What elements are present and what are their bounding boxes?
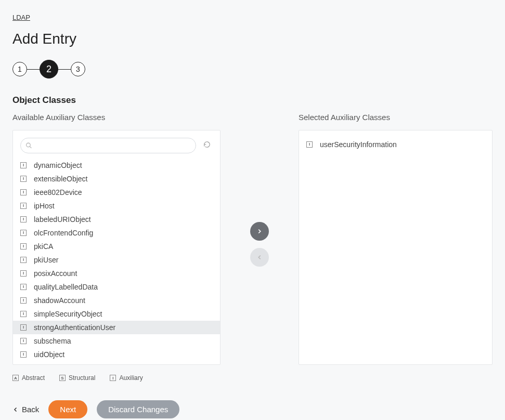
available-label: Available Auxiliary Classes [12,113,221,122]
legend-auxiliary: I Auxiliary [110,374,143,382]
auxiliary-type-icon: I [20,162,27,168]
legend: A Abstract S Structural I Auxiliary [12,374,493,382]
step-1[interactable]: 1 [12,62,27,76]
step-connector [58,69,71,70]
auxiliary-type-icon: I [20,189,27,195]
class-name-label: uidObject [34,350,64,359]
class-name-label: ipHost [34,201,55,211]
auxiliary-type-icon: I [20,324,27,331]
class-name-label: olcFrontendConfig [34,228,93,238]
available-panel: IdynamicObjectIextensibleObjectIieee802D… [12,130,221,365]
auxiliary-type-icon: I [306,141,313,148]
auxiliary-type-icon: I [20,284,27,290]
next-button[interactable]: Next [48,400,87,418]
auxiliary-type-icon: I [20,338,27,344]
class-name-label: labeledURIObject [34,215,91,224]
refresh-icon [203,141,211,148]
discard-button[interactable]: Discard Changes [97,400,179,418]
available-list: IdynamicObjectIextensibleObjectIieee802D… [13,159,220,361]
svg-line-1 [30,147,31,148]
auxiliary-type-icon: I [20,257,27,263]
class-name-label: pkiUser [34,255,58,265]
available-item[interactable]: IposixAccount [13,267,220,280]
selected-panel: IuserSecurityInformation [299,130,493,365]
auxiliary-type-icon: I [20,230,27,236]
available-item[interactable]: Isubschema [13,334,220,348]
available-item[interactable]: IolcFrontendConfig [13,226,220,240]
breadcrumb-ldap[interactable]: LDAP [12,14,30,21]
available-item[interactable]: IipHost [13,199,220,213]
class-name-label: dynamicObject [34,161,82,170]
auxiliary-type-icon: I [20,297,27,304]
legend-structural: S Structural [59,374,95,382]
move-left-button [250,248,269,267]
step-2[interactable]: 2 [40,60,58,78]
selected-list: IuserSecurityInformation [299,138,492,151]
auxiliary-type-icon: I [110,375,116,381]
step-connector [27,69,40,70]
available-item[interactable]: IpkiCA [13,240,220,253]
auxiliary-type-icon: I [20,270,27,277]
available-item[interactable]: IextensibleObject [13,172,220,186]
available-item[interactable]: IdynamicObject [13,159,220,172]
available-item[interactable]: IqualityLabelledData [13,280,220,294]
chevron-left-icon [256,254,263,261]
class-name-label: simpleSecurityObject [34,309,102,319]
refresh-button[interactable] [201,139,213,152]
class-name-label: strongAuthenticationUser [34,323,115,332]
auxiliary-type-icon: I [20,216,27,222]
actions-row: Back Next Discard Changes [12,400,493,418]
class-name-label: extensibleObject [34,174,88,183]
class-name-label: qualityLabelledData [34,282,98,292]
legend-auxiliary-label: Auxiliary [119,374,143,382]
page-title: Add Entry [12,31,493,47]
available-item[interactable]: IpkiUser [13,253,220,267]
step-3[interactable]: 3 [71,62,85,76]
back-label: Back [22,405,39,414]
auxiliary-type-icon: I [20,311,27,317]
available-item[interactable]: IstrongAuthenticationUser [13,321,220,334]
structural-type-icon: S [59,375,66,381]
move-right-button[interactable] [250,222,269,241]
section-title: Object Classes [12,95,493,106]
class-name-label: posixAccount [34,269,77,278]
auxiliary-type-icon: I [20,351,27,358]
legend-structural-label: Structural [69,374,95,382]
auxiliary-type-icon: I [20,176,27,182]
back-button[interactable]: Back [12,405,39,414]
available-item[interactable]: IshadowAccount [13,294,220,307]
available-item[interactable]: Iieee802Device [13,186,220,199]
class-name-label: userSecurityInformation [320,140,397,149]
available-item[interactable]: IsimpleSecurityObject [13,307,220,321]
available-item[interactable]: IuidObject [13,348,220,361]
svg-point-0 [27,143,31,147]
auxiliary-type-icon: I [20,203,27,209]
class-name-label: ieee802Device [34,188,82,197]
selected-label: Selected Auxiliary Classes [299,113,493,122]
legend-abstract: A Abstract [12,374,45,382]
search-icon [25,142,32,149]
legend-abstract-label: Abstract [22,374,45,382]
abstract-type-icon: A [12,375,19,381]
chevron-right-icon [256,228,263,235]
chevron-left-icon [12,406,19,413]
stepper: 1 2 3 [12,60,493,78]
available-item[interactable]: IlabeledURIObject [13,213,220,226]
auxiliary-type-icon: I [20,243,27,250]
search-input[interactable] [20,138,196,153]
class-name-label: pkiCA [34,242,53,251]
class-name-label: shadowAccount [34,296,85,305]
selected-item[interactable]: IuserSecurityInformation [299,138,492,151]
class-name-label: subschema [34,336,71,346]
